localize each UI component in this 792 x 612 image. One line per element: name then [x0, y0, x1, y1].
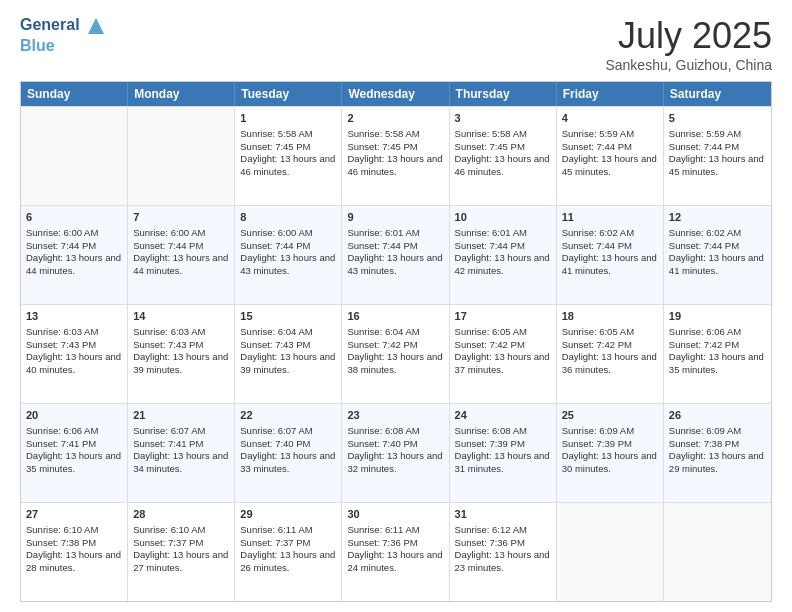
sunset-text: Sunset: 7:43 PM — [240, 339, 310, 350]
sunrise-text: Sunrise: 5:58 AM — [347, 128, 419, 139]
daylight-text: Daylight: 13 hours and 29 minutes. — [669, 450, 764, 474]
svg-marker-0 — [88, 18, 104, 34]
sunset-text: Sunset: 7:43 PM — [133, 339, 203, 350]
weekday-header-thursday: Thursday — [450, 82, 557, 106]
calendar-cell-5-4: 30Sunrise: 6:11 AMSunset: 7:36 PMDayligh… — [342, 503, 449, 601]
sunset-text: Sunset: 7:44 PM — [133, 240, 203, 251]
calendar-cell-4-7: 26Sunrise: 6:09 AMSunset: 7:38 PMDayligh… — [664, 404, 771, 502]
sunset-text: Sunset: 7:41 PM — [133, 438, 203, 449]
calendar-row-5: 27Sunrise: 6:10 AMSunset: 7:38 PMDayligh… — [21, 502, 771, 601]
sunset-text: Sunset: 7:44 PM — [562, 240, 632, 251]
calendar-cell-3-2: 14Sunrise: 6:03 AMSunset: 7:43 PMDayligh… — [128, 305, 235, 403]
sunrise-text: Sunrise: 6:06 AM — [669, 326, 741, 337]
weekday-header-sunday: Sunday — [21, 82, 128, 106]
calendar-cell-5-5: 31Sunrise: 6:12 AMSunset: 7:36 PMDayligh… — [450, 503, 557, 601]
sunset-text: Sunset: 7:38 PM — [26, 537, 96, 548]
sunrise-text: Sunrise: 5:58 AM — [240, 128, 312, 139]
day-number: 19 — [669, 309, 766, 324]
sunset-text: Sunset: 7:44 PM — [347, 240, 417, 251]
daylight-text: Daylight: 13 hours and 34 minutes. — [133, 450, 228, 474]
sunrise-text: Sunrise: 6:09 AM — [669, 425, 741, 436]
sunset-text: Sunset: 7:39 PM — [455, 438, 525, 449]
calendar-cell-3-3: 15Sunrise: 6:04 AMSunset: 7:43 PMDayligh… — [235, 305, 342, 403]
calendar-cell-4-5: 24Sunrise: 6:08 AMSunset: 7:39 PMDayligh… — [450, 404, 557, 502]
daylight-text: Daylight: 13 hours and 38 minutes. — [347, 351, 442, 375]
sunset-text: Sunset: 7:38 PM — [669, 438, 739, 449]
calendar-cell-2-3: 8Sunrise: 6:00 AMSunset: 7:44 PMDaylight… — [235, 206, 342, 304]
sunset-text: Sunset: 7:44 PM — [669, 240, 739, 251]
day-number: 1 — [240, 111, 336, 126]
calendar-row-4: 20Sunrise: 6:06 AMSunset: 7:41 PMDayligh… — [21, 403, 771, 502]
daylight-text: Daylight: 13 hours and 35 minutes. — [669, 351, 764, 375]
daylight-text: Daylight: 13 hours and 45 minutes. — [669, 153, 764, 177]
daylight-text: Daylight: 13 hours and 39 minutes. — [240, 351, 335, 375]
calendar-cell-1-4: 2Sunrise: 5:58 AMSunset: 7:45 PMDaylight… — [342, 107, 449, 205]
day-number: 13 — [26, 309, 122, 324]
daylight-text: Daylight: 13 hours and 33 minutes. — [240, 450, 335, 474]
calendar-cell-4-1: 20Sunrise: 6:06 AMSunset: 7:41 PMDayligh… — [21, 404, 128, 502]
calendar-cell-1-2 — [128, 107, 235, 205]
sunset-text: Sunset: 7:39 PM — [562, 438, 632, 449]
page: General Blue July 2025 Sankeshu, Guizhou… — [0, 0, 792, 612]
day-number: 25 — [562, 408, 658, 423]
sunset-text: Sunset: 7:44 PM — [669, 141, 739, 152]
daylight-text: Daylight: 13 hours and 31 minutes. — [455, 450, 550, 474]
day-number: 16 — [347, 309, 443, 324]
sunrise-text: Sunrise: 6:07 AM — [133, 425, 205, 436]
calendar-cell-3-1: 13Sunrise: 6:03 AMSunset: 7:43 PMDayligh… — [21, 305, 128, 403]
sunrise-text: Sunrise: 6:03 AM — [133, 326, 205, 337]
calendar-cell-2-4: 9Sunrise: 6:01 AMSunset: 7:44 PMDaylight… — [342, 206, 449, 304]
header: General Blue July 2025 Sankeshu, Guizhou… — [20, 15, 772, 73]
logo-line1: General — [20, 15, 106, 36]
day-number: 6 — [26, 210, 122, 225]
calendar-cell-2-6: 11Sunrise: 6:02 AMSunset: 7:44 PMDayligh… — [557, 206, 664, 304]
sunrise-text: Sunrise: 6:07 AM — [240, 425, 312, 436]
logo-line2: Blue — [20, 36, 106, 55]
day-number: 29 — [240, 507, 336, 522]
subtitle: Sankeshu, Guizhou, China — [605, 57, 772, 73]
day-number: 11 — [562, 210, 658, 225]
sunset-text: Sunset: 7:43 PM — [26, 339, 96, 350]
day-number: 24 — [455, 408, 551, 423]
weekday-header-tuesday: Tuesday — [235, 82, 342, 106]
logo: General Blue — [20, 15, 106, 55]
daylight-text: Daylight: 13 hours and 37 minutes. — [455, 351, 550, 375]
day-number: 20 — [26, 408, 122, 423]
sunrise-text: Sunrise: 5:58 AM — [455, 128, 527, 139]
day-number: 10 — [455, 210, 551, 225]
day-number: 15 — [240, 309, 336, 324]
weekday-header-monday: Monday — [128, 82, 235, 106]
day-number: 26 — [669, 408, 766, 423]
daylight-text: Daylight: 13 hours and 27 minutes. — [133, 549, 228, 573]
calendar-row-3: 13Sunrise: 6:03 AMSunset: 7:43 PMDayligh… — [21, 304, 771, 403]
day-number: 17 — [455, 309, 551, 324]
sunset-text: Sunset: 7:45 PM — [240, 141, 310, 152]
calendar-cell-1-1 — [21, 107, 128, 205]
title-block: July 2025 Sankeshu, Guizhou, China — [605, 15, 772, 73]
daylight-text: Daylight: 13 hours and 46 minutes. — [240, 153, 335, 177]
calendar-cell-4-2: 21Sunrise: 6:07 AMSunset: 7:41 PMDayligh… — [128, 404, 235, 502]
sunset-text: Sunset: 7:36 PM — [347, 537, 417, 548]
calendar-cell-4-4: 23Sunrise: 6:08 AMSunset: 7:40 PMDayligh… — [342, 404, 449, 502]
day-number: 14 — [133, 309, 229, 324]
sunrise-text: Sunrise: 6:09 AM — [562, 425, 634, 436]
calendar: SundayMondayTuesdayWednesdayThursdayFrid… — [20, 81, 772, 602]
calendar-cell-5-1: 27Sunrise: 6:10 AMSunset: 7:38 PMDayligh… — [21, 503, 128, 601]
daylight-text: Daylight: 13 hours and 39 minutes. — [133, 351, 228, 375]
weekday-header-friday: Friday — [557, 82, 664, 106]
sunset-text: Sunset: 7:45 PM — [455, 141, 525, 152]
daylight-text: Daylight: 13 hours and 30 minutes. — [562, 450, 657, 474]
day-number: 7 — [133, 210, 229, 225]
sunset-text: Sunset: 7:44 PM — [455, 240, 525, 251]
sunrise-text: Sunrise: 6:11 AM — [347, 524, 419, 535]
sunrise-text: Sunrise: 6:11 AM — [240, 524, 312, 535]
sunrise-text: Sunrise: 6:05 AM — [562, 326, 634, 337]
sunrise-text: Sunrise: 6:00 AM — [26, 227, 98, 238]
daylight-text: Daylight: 13 hours and 41 minutes. — [669, 252, 764, 276]
daylight-text: Daylight: 13 hours and 44 minutes. — [26, 252, 121, 276]
sunset-text: Sunset: 7:37 PM — [240, 537, 310, 548]
sunrise-text: Sunrise: 6:06 AM — [26, 425, 98, 436]
sunset-text: Sunset: 7:42 PM — [562, 339, 632, 350]
calendar-cell-3-5: 17Sunrise: 6:05 AMSunset: 7:42 PMDayligh… — [450, 305, 557, 403]
day-number: 8 — [240, 210, 336, 225]
